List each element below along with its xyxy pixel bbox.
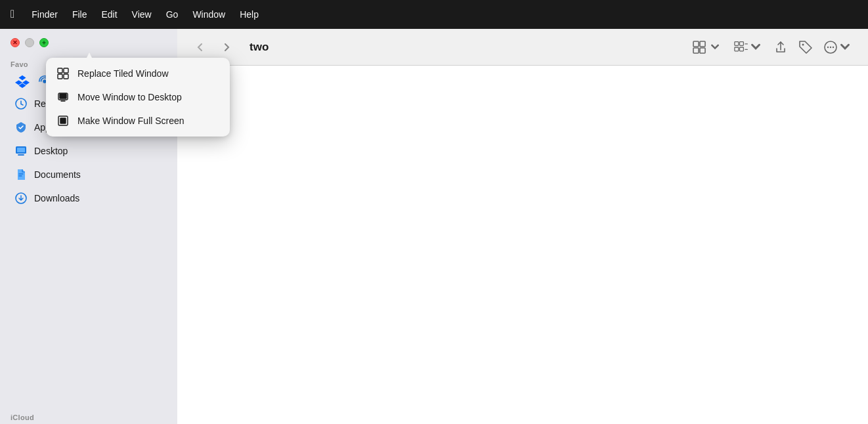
- svg-rect-18: [739, 41, 743, 45]
- svg-rect-3: [64, 74, 68, 79]
- svg-rect-19: [735, 47, 739, 51]
- group-view-button[interactable]: [731, 37, 766, 57]
- svg-point-23: [827, 46, 829, 47]
- content-area: two: [177, 29, 868, 424]
- sidebar: ✕: [0, 29, 177, 424]
- desktop-icon: [14, 144, 28, 158]
- zoom-button[interactable]: [39, 38, 49, 47]
- window-menu[interactable]: Window: [192, 9, 225, 20]
- svg-rect-2: [58, 74, 62, 79]
- view-switcher-button[interactable]: [688, 38, 726, 56]
- empty-content: [177, 66, 868, 424]
- icloud-label: iCloud: [0, 407, 177, 424]
- fullscreen-label: Make Window Full Screen: [77, 116, 184, 126]
- svg-rect-1: [64, 68, 68, 73]
- applications-icon: [14, 121, 28, 134]
- finder-menu[interactable]: Finder: [32, 9, 58, 20]
- documents-icon: [14, 168, 28, 181]
- svg-rect-7: [60, 118, 66, 123]
- svg-rect-17: [735, 41, 739, 45]
- tile-icon: [56, 67, 70, 80]
- toolbar-actions: [688, 37, 855, 57]
- svg-rect-11: [17, 148, 25, 152]
- close-button[interactable]: ✕: [11, 38, 20, 47]
- help-menu[interactable]: Help: [240, 9, 259, 20]
- minimize-button[interactable]: [25, 38, 34, 47]
- window-desktop-icon: [56, 91, 70, 104]
- main-layout: ✕: [0, 29, 868, 424]
- sidebar-item-desktop[interactable]: Desktop: [4, 140, 173, 162]
- apple-menu[interactable]: : [11, 8, 14, 21]
- sidebar-item-downloads[interactable]: Downloads: [4, 187, 173, 209]
- folder-title: two: [250, 41, 675, 54]
- file-menu[interactable]: File: [72, 9, 87, 20]
- tag-button[interactable]: [796, 37, 815, 57]
- zoom-dropdown: Replace Tiled Window Move Window to Desk…: [46, 58, 230, 137]
- move-to-desktop-label: Move Window to Desktop: [77, 92, 182, 102]
- svg-point-24: [830, 46, 831, 47]
- view-menu[interactable]: View: [132, 9, 152, 20]
- svg-rect-5: [60, 94, 66, 98]
- downloads-icon: [14, 192, 28, 205]
- svg-rect-13: [693, 41, 699, 47]
- svg-rect-0: [58, 68, 62, 73]
- fullscreen-icon: [56, 114, 70, 127]
- documents-label: Documents: [34, 169, 81, 180]
- share-button[interactable]: [771, 37, 791, 57]
- sidebar-item-documents[interactable]: Documents: [4, 163, 173, 186]
- svg-rect-16: [700, 48, 705, 53]
- forward-button[interactable]: [217, 37, 236, 57]
- svg-rect-20: [739, 47, 743, 51]
- svg-point-21: [802, 43, 804, 45]
- replace-tiled-label: Replace Tiled Window: [77, 68, 169, 79]
- downloads-label: Downloads: [34, 193, 79, 203]
- go-menu[interactable]: Go: [166, 9, 179, 20]
- more-options-button[interactable]: [821, 37, 855, 57]
- edit-menu[interactable]: Edit: [101, 9, 117, 20]
- recents-icon: [14, 97, 28, 110]
- window-controls: ✕: [0, 29, 177, 54]
- svg-rect-14: [700, 41, 705, 47]
- svg-point-25: [833, 46, 834, 47]
- desktop-label: Desktop: [34, 146, 68, 156]
- move-to-desktop-item[interactable]: Move Window to Desktop: [46, 85, 230, 109]
- toolbar: two: [177, 29, 868, 66]
- svg-rect-15: [693, 48, 699, 53]
- replace-tiled-item[interactable]: Replace Tiled Window: [46, 62, 230, 85]
- menu-bar:  Finder File Edit View Go Window Help: [0, 0, 868, 29]
- back-button[interactable]: [190, 37, 210, 57]
- dropbox-icon[interactable]: [14, 74, 30, 89]
- fullscreen-item[interactable]: Make Window Full Screen: [46, 109, 230, 133]
